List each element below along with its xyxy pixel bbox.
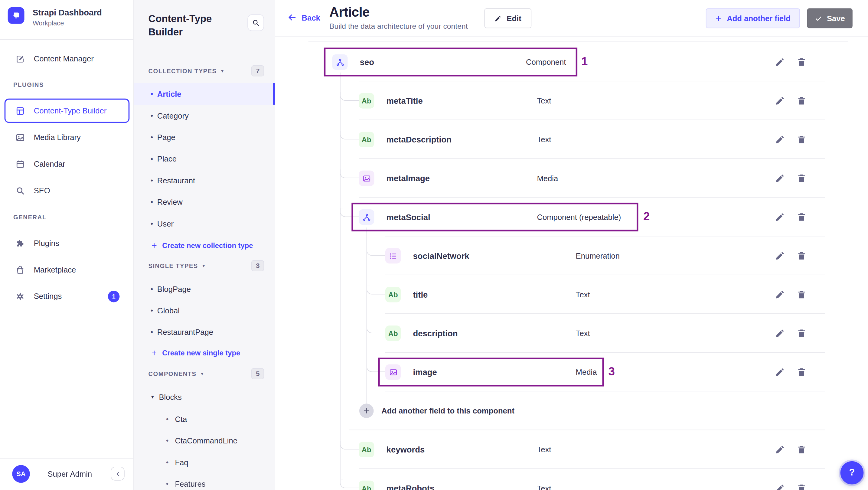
search-button[interactable] <box>247 14 264 31</box>
nav-item-category[interactable]: • Category <box>134 105 275 126</box>
create-link-label: Create new collection type <box>162 241 253 249</box>
row-actions <box>775 289 807 300</box>
single-types-list: • BlogPage • Global • RestaurantPage <box>134 278 275 343</box>
row-actions <box>775 251 807 261</box>
gear-icon <box>16 292 25 301</box>
user-menu[interactable]: SA Super Admin <box>12 465 92 483</box>
plus-icon <box>359 403 374 418</box>
edit-field-button[interactable] <box>775 289 785 300</box>
field-name: seo <box>360 57 374 66</box>
field-type: Text <box>537 96 551 105</box>
edit-field-button[interactable] <box>775 57 785 67</box>
sidebar-item-content-manager[interactable]: Content Manager <box>4 48 130 69</box>
pencil-icon <box>775 328 785 338</box>
back-link[interactable]: Back <box>287 13 320 22</box>
create-collection-type-link[interactable]: Create new collection type <box>151 238 253 253</box>
content-type-builder-nav: Content-Type Builder COLLECTION TYPES ▾ … <box>134 0 275 490</box>
sidebar-item-marketplace[interactable]: Marketplace <box>4 258 130 281</box>
nav-item-restaurantpage[interactable]: • RestaurantPage <box>134 321 275 343</box>
nav-item-ctacommandline[interactable]: • CtaCommandLine <box>134 429 275 451</box>
page-subtitle: Build the data architecture of your cont… <box>329 22 468 30</box>
strapi-logo-glyph <box>11 11 20 20</box>
field-row-metatitle: Ab metaTitle Text <box>275 81 868 120</box>
edit-field-button[interactable] <box>775 367 785 377</box>
sidebar-item-seo[interactable]: SEO <box>4 179 130 202</box>
delete-field-button[interactable] <box>797 96 807 106</box>
create-single-type-link[interactable]: Create new single type <box>151 345 240 360</box>
edit-field-button[interactable] <box>775 483 785 490</box>
sidebar-item-settings[interactable]: Settings 1 <box>4 285 130 307</box>
field-type: Text <box>576 329 590 338</box>
collection-types-section-header[interactable]: COLLECTION TYPES ▾ 7 <box>149 65 264 76</box>
nav-item-label: Place <box>157 154 177 163</box>
edit-field-button[interactable] <box>775 251 785 261</box>
delete-field-button[interactable] <box>797 483 807 490</box>
delete-field-button[interactable] <box>797 173 807 183</box>
pencil-icon <box>775 212 785 222</box>
single-types-section-header[interactable]: SINGLE TYPES ▾ 3 <box>149 260 264 271</box>
nav-item-place[interactable]: • Place <box>134 148 275 170</box>
nav-item-blogpage[interactable]: • BlogPage <box>134 278 275 300</box>
help-button[interactable]: ? <box>840 461 864 485</box>
count-badge: 3 <box>252 260 264 271</box>
bullet-icon: • <box>151 285 153 293</box>
add-field-label: Add another field <box>727 14 790 23</box>
nav-item-user[interactable]: • User <box>134 213 275 234</box>
collapse-sidebar-button[interactable] <box>111 467 125 481</box>
sidebar-item-plugins[interactable]: Plugins <box>4 232 130 254</box>
plugins-section-label: PLUGINS <box>13 81 44 88</box>
chevron-left-icon <box>114 470 121 477</box>
annotation-number-3: 3 <box>609 365 615 378</box>
arrow-left-icon <box>287 13 297 22</box>
edit-field-button[interactable] <box>775 96 785 106</box>
delete-field-button[interactable] <box>797 289 807 300</box>
save-button[interactable]: Save <box>807 8 852 28</box>
field-type: Text <box>537 484 551 490</box>
components-group-blocks[interactable]: ▾ Blocks <box>151 390 182 404</box>
trash-icon <box>797 57 807 67</box>
components-section-header[interactable]: COMPONENTS ▾ 5 <box>149 368 264 379</box>
nav-item-page[interactable]: • Page <box>134 126 275 148</box>
sidebar-item-calendar[interactable]: Calendar <box>4 153 130 175</box>
add-field-to-component-row[interactable]: Add another field to this component <box>275 391 868 430</box>
pencil-icon <box>775 173 785 183</box>
component-field-icon <box>332 54 347 69</box>
field-name: metaDescription <box>386 135 452 144</box>
delete-field-button[interactable] <box>797 57 807 67</box>
nav-item-global[interactable]: • Global <box>134 300 275 321</box>
search-icon <box>16 186 25 195</box>
edit-field-button[interactable] <box>775 445 785 455</box>
shopping-bag-icon <box>16 265 25 274</box>
sidebar-item-content-type-builder[interactable]: Content-Type Builder <box>4 99 130 123</box>
section-label: COMPONENTS <box>149 370 196 377</box>
delete-field-button[interactable] <box>797 134 807 145</box>
nav-item-features[interactable]: • Features <box>134 473 275 490</box>
sidebar-item-media-library[interactable]: Media Library <box>4 126 130 148</box>
brand: Strapi Dashboard Workplace <box>8 7 102 27</box>
nav-item-review[interactable]: • Review <box>134 191 275 212</box>
add-another-field-button[interactable]: Add another field <box>706 8 800 28</box>
strapi-logo-icon <box>8 7 25 24</box>
nav-item-faq[interactable]: • Faq <box>134 451 275 473</box>
nav-item-label: BlogPage <box>157 284 191 293</box>
delete-field-button[interactable] <box>797 445 807 455</box>
nav-item-restaurant[interactable]: • Restaurant <box>134 170 275 191</box>
delete-field-button[interactable] <box>797 212 807 222</box>
pencil-icon <box>775 134 785 145</box>
field-name: metaImage <box>386 174 430 183</box>
puzzle-icon <box>16 238 25 248</box>
delete-field-button[interactable] <box>797 367 807 377</box>
nav-item-cta[interactable]: • Cta <box>134 408 275 429</box>
edit-field-button[interactable] <box>775 173 785 183</box>
delete-field-button[interactable] <box>797 251 807 261</box>
edit-button[interactable]: Edit <box>485 8 532 28</box>
trash-icon <box>797 96 807 106</box>
edit-field-button[interactable] <box>775 212 785 222</box>
edit-field-button[interactable] <box>775 134 785 145</box>
sidebar-item-label: Media Library <box>34 133 81 142</box>
bullet-icon: • <box>151 111 153 120</box>
delete-field-button[interactable] <box>797 328 807 338</box>
edit-field-button[interactable] <box>775 328 785 338</box>
divider <box>149 49 261 49</box>
nav-item-article[interactable]: • Article <box>134 83 275 105</box>
